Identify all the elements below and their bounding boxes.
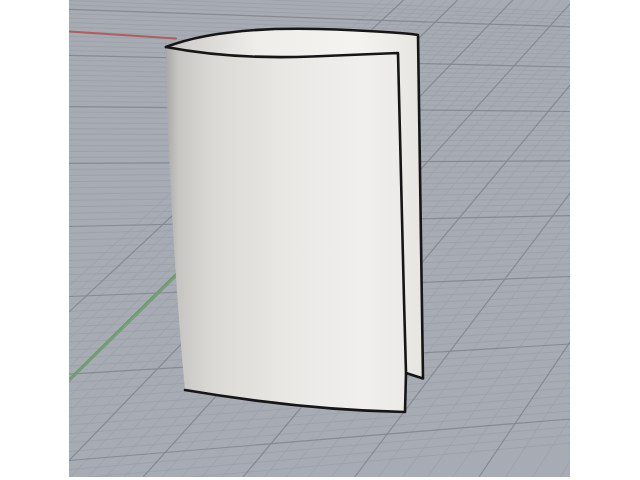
shaded-surface-object[interactable] bbox=[166, 29, 423, 412]
viewport-scene bbox=[69, 0, 570, 477]
perspective-viewport[interactable] bbox=[69, 0, 570, 477]
app-background bbox=[0, 0, 640, 480]
object-front-surface[interactable] bbox=[166, 47, 406, 412]
